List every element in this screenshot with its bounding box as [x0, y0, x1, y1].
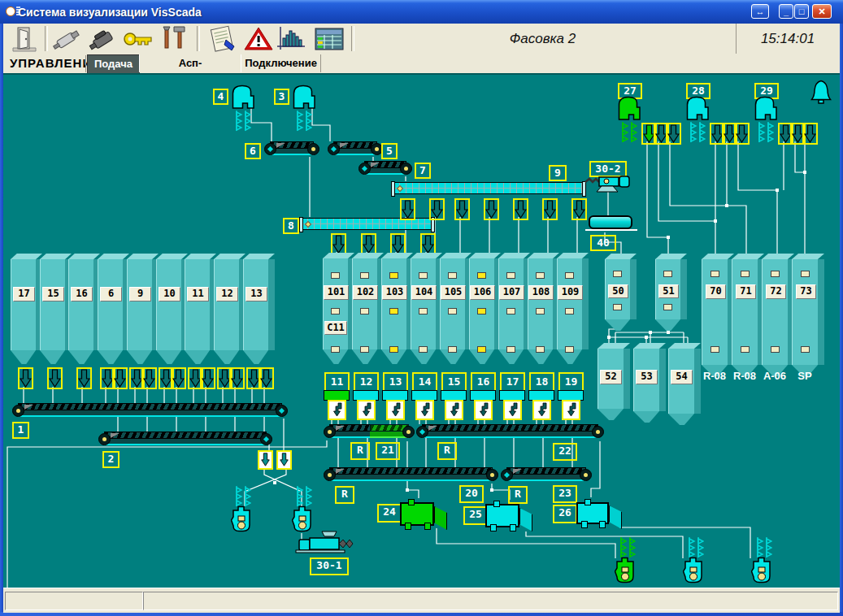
report-icon[interactable]	[206, 25, 239, 52]
conveyor-7-label[interactable]: 7	[415, 163, 431, 179]
diverter-valve[interactable]	[258, 450, 273, 470]
magnet-unit-40[interactable]	[589, 215, 632, 229]
conveyor-r-label[interactable]: R	[437, 442, 457, 460]
table-icon[interactable]	[313, 25, 345, 52]
conveyor-6[interactable]	[265, 141, 319, 157]
conveyor-r-label[interactable]: R	[508, 486, 528, 504]
cyclone-filter[interactable]	[686, 96, 710, 120]
outlet-arrow[interactable]	[734, 123, 750, 145]
silo-outlet-arrow[interactable]	[76, 367, 92, 389]
chute-valve[interactable]	[386, 400, 405, 420]
cyclone-3-label[interactable]: 3	[274, 89, 289, 105]
conveyor-r-label[interactable]: R	[350, 442, 370, 460]
chute-valve[interactable]	[562, 400, 580, 420]
tab-podacha[interactable]: Подача	[87, 54, 140, 74]
outlet-arrow[interactable]	[400, 198, 415, 220]
alarm-icon[interactable]	[242, 25, 275, 52]
conveyor-22-label[interactable]: 22	[553, 443, 577, 461]
discharge-unit[interactable]	[231, 505, 252, 532]
cyclone-filter[interactable]	[754, 96, 778, 120]
conveyor-6-label[interactable]: 6	[245, 143, 261, 159]
resize-button[interactable]: ↔	[751, 4, 769, 19]
tab-aspiration[interactable]: Асп-ция.Муч.линия	[139, 54, 241, 72]
rotary-feeder[interactable]	[683, 557, 704, 583]
cyclone-filter[interactable]	[618, 96, 641, 120]
outlet-arrow[interactable]	[390, 233, 406, 255]
outlet-arrow[interactable]	[454, 198, 470, 220]
minimize-button[interactable]: _	[779, 4, 793, 19]
silo-outlet-arrow[interactable]	[259, 367, 274, 389]
machine-24-label[interactable]: 24	[377, 504, 402, 523]
station-18-label[interactable]: 18	[529, 372, 554, 392]
packer-25[interactable]	[485, 504, 519, 527]
conveyor-1-label[interactable]: 1	[12, 422, 29, 439]
outlet-arrow[interactable]	[513, 198, 528, 220]
machine-40-label[interactable]: 40	[590, 235, 616, 251]
maximize-button[interactable]: □	[794, 4, 809, 19]
conveyor-22[interactable]	[417, 424, 603, 440]
machine-26-label[interactable]: 26	[553, 505, 577, 523]
silo-outlet-arrow[interactable]	[18, 367, 33, 389]
key-icon[interactable]	[122, 25, 154, 52]
cyclone-filter[interactable]	[293, 85, 316, 109]
station-14-label[interactable]: 14	[412, 372, 437, 392]
machine-30-1-label[interactable]: 30-1	[310, 557, 349, 575]
close-button[interactable]: ✕	[812, 4, 832, 19]
screw-9-label[interactable]: 9	[549, 165, 567, 181]
discharge-unit[interactable]	[292, 505, 313, 532]
station-19-label[interactable]: 19	[558, 372, 584, 392]
connector-serial-icon[interactable]	[50, 25, 83, 52]
station-15-label[interactable]: 15	[441, 372, 467, 392]
cyclone-filter[interactable]	[232, 85, 255, 109]
silo-outlet-arrow[interactable]	[171, 367, 186, 389]
outlet-arrow[interactable]	[571, 198, 587, 220]
chute-valve[interactable]	[474, 400, 493, 420]
chute-valve[interactable]	[328, 400, 346, 420]
outlet-arrow[interactable]	[361, 233, 376, 255]
conveyor-21-label[interactable]: 21	[376, 442, 400, 460]
connector-usb-icon[interactable]	[88, 25, 120, 52]
conveyor-23-label[interactable]: 23	[553, 485, 577, 503]
conveyor-2[interactable]	[99, 432, 272, 447]
outlet-arrow[interactable]	[429, 198, 445, 220]
conveyor-23[interactable]	[502, 467, 591, 483]
outlet-arrow[interactable]	[331, 233, 346, 255]
alarm-bell-icon[interactable]	[810, 80, 832, 105]
screw-conveyor-9[interactable]	[393, 182, 584, 194]
screw-8-label[interactable]: 8	[283, 218, 299, 234]
station-17-label[interactable]: 17	[500, 372, 525, 392]
silo-outlet-arrow[interactable]	[229, 367, 245, 389]
chute-valve[interactable]	[357, 400, 376, 420]
conveyor-20-label[interactable]: 20	[459, 485, 484, 503]
rotary-feeder-active[interactable]	[615, 557, 636, 583]
screw-feeder-30-1[interactable]	[294, 530, 356, 556]
outlet-arrow[interactable]	[484, 198, 499, 220]
packer-24[interactable]	[400, 502, 434, 526]
rotary-feeder[interactable]	[751, 557, 772, 583]
conveyor-1[interactable]	[13, 403, 287, 419]
chute-valve[interactable]	[445, 400, 463, 420]
silo-outlet-arrow[interactable]	[200, 367, 215, 389]
conveyor-5[interactable]	[328, 141, 382, 157]
conveyor-21[interactable]	[324, 424, 414, 440]
packer-26[interactable]	[576, 502, 609, 524]
silo-outlet-arrow[interactable]	[47, 367, 63, 389]
chute-valve[interactable]	[415, 400, 434, 420]
outlet-arrow[interactable]	[802, 123, 818, 145]
diverter-valve[interactable]	[276, 450, 292, 470]
conveyor-7[interactable]	[359, 161, 411, 176]
station-16-label[interactable]: 16	[471, 372, 496, 392]
outlet-arrow[interactable]	[542, 198, 558, 220]
station-12-label[interactable]: 12	[354, 372, 379, 392]
chute-valve[interactable]	[503, 400, 522, 420]
tab-podkluchenie[interactable]: Подключение	[241, 54, 321, 72]
trends-icon[interactable]	[276, 25, 308, 52]
silo-outlet-arrow[interactable]	[141, 367, 157, 389]
tools-icon[interactable]	[159, 25, 191, 52]
cyclone-4-label[interactable]: 4	[213, 89, 228, 105]
silo-outlet-arrow[interactable]	[112, 367, 128, 389]
conveyor-20[interactable]	[324, 467, 498, 483]
conveyor-2-label[interactable]: 2	[102, 451, 119, 468]
outlet-arrow[interactable]	[420, 233, 436, 255]
outlet-arrow[interactable]	[666, 123, 681, 145]
